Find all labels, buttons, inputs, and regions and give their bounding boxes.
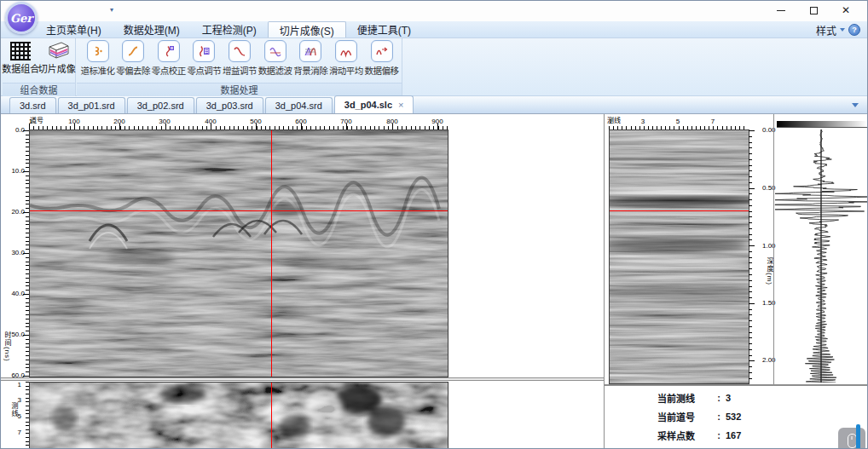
info-panel: 当前测线 : 3 当前道号 : 532 采样点数 : 167 双程走时 : 19… (657, 389, 762, 449)
time-slice-view[interactable] (29, 382, 448, 449)
slice-tick: 1 (4, 381, 21, 389)
y-tick: 10.0 (6, 167, 25, 175)
menu-engineering-detect[interactable]: 工程检测(P) (191, 21, 268, 37)
ribbon-button-label: 道标准化 (81, 64, 115, 77)
data-grid-icon (9, 40, 32, 60)
gain-adjust-button[interactable]: 增益调节 (223, 40, 258, 77)
quick-access-arrow-icon[interactable]: ▾ (110, 6, 113, 14)
tab-3d-srd[interactable]: 3d.srd (9, 97, 56, 113)
tab-3d-p03-srd[interactable]: 3d_p03.srd (196, 97, 263, 113)
depth-axis-major-ticks (749, 130, 755, 383)
slice-crosshair-vertical[interactable] (271, 383, 272, 449)
mouse-indicator-overlay (838, 428, 865, 449)
help-icon[interactable]: ? (848, 24, 860, 36)
minimize-icon (777, 10, 785, 11)
time-slice-image (30, 383, 448, 449)
y-tick: 40.0 (6, 290, 25, 297)
style-button[interactable]: 样式 (816, 23, 836, 37)
ribbon-button-label: 滑动平均 (329, 64, 363, 77)
moving-average-icon (339, 44, 353, 58)
bscan-profile-view[interactable] (29, 130, 448, 377)
info-value: 167 (726, 430, 741, 440)
menu-slice-imaging[interactable]: 切片成像(S) (268, 21, 346, 37)
ribbon-button-label: 零点校正 (152, 64, 186, 77)
info-label: 采样点数 (657, 429, 712, 442)
menu-home[interactable]: 主页菜单(H) (35, 21, 113, 37)
dc-remove-button[interactable]: 零偏去除 (116, 40, 151, 77)
ribbon-group-combine: 数据组合 切片成像 组合数据 (3, 38, 76, 96)
data-combine-button[interactable]: 数据组合 (3, 40, 38, 75)
tab-list-dropdown-icon[interactable] (852, 103, 859, 107)
y-tick: 50.0 (6, 331, 25, 338)
crossline-image (610, 130, 749, 383)
y-tick: 20.0 (6, 208, 25, 216)
close-button[interactable]: ✕ (830, 1, 862, 20)
crosshair-horizontal[interactable] (30, 210, 448, 211)
zero-adjust-icon (197, 44, 211, 58)
ribbon: 数据组合 切片成像 组合数据 (1, 38, 867, 96)
ribbon-button-label: 切片成像 (38, 61, 76, 75)
menu-tools[interactable]: 便捷工具(T) (346, 21, 422, 37)
mouse-icon (848, 434, 857, 448)
info-separator: : (712, 412, 726, 422)
data-filter-button[interactable]: 数据滤波 (258, 40, 292, 77)
slice-tick: 5 (4, 412, 21, 420)
ribbon-button-label: 数据组合 (2, 61, 39, 75)
data-shift-icon (375, 44, 389, 58)
crossline-view[interactable] (609, 130, 749, 384)
x-tick: 3 (641, 118, 645, 125)
zero-correct-button[interactable]: 零点校正 (151, 40, 186, 77)
tab-close-icon[interactable]: × (398, 96, 403, 113)
menu-data-processing[interactable]: 数据处理(M) (113, 21, 191, 37)
y-tick: 30.0 (6, 249, 25, 256)
ribbon-button-label: 零偏去除 (116, 64, 150, 77)
slice-cube-icon (44, 40, 70, 60)
info-row-current-line: 当前测线 : 3 (657, 389, 762, 407)
tab-3d-p04-srd[interactable]: 3d_p04.srd (265, 97, 333, 113)
trace-plot[interactable] (774, 130, 868, 383)
horizontal-splitter-right[interactable] (604, 384, 868, 386)
group-name-data-processing: 数据处理 (77, 83, 402, 96)
horizontal-splitter-left[interactable] (1, 377, 604, 381)
info-separator: : (712, 393, 726, 403)
info-value: 3 (726, 393, 731, 403)
ribbon-button-label: 数据滤波 (258, 64, 292, 77)
x-tick: 7 (711, 118, 715, 125)
data-filter-icon (269, 44, 282, 58)
app-logo[interactable]: Ger (5, 2, 38, 34)
minimize-button[interactable] (765, 1, 797, 20)
crosshair-vertical[interactable] (271, 130, 272, 377)
vertical-splitter-trace[interactable] (773, 114, 774, 385)
zero-adjust-button[interactable]: 零点调节 (187, 40, 222, 77)
ribbon-button-label: 增益调节 (223, 64, 257, 77)
vertical-splitter-main[interactable] (604, 114, 605, 449)
titlebar: Ger ▾ ✕ (1, 1, 867, 21)
y-tick: 0.0 (6, 126, 25, 134)
data-shift-button[interactable]: 数据偏移 (364, 40, 399, 77)
tab-3d-p04-slc[interactable]: 3d_p04.slc × (334, 95, 414, 113)
background-remove-button[interactable]: 背景消除 (293, 40, 328, 77)
info-row-twoway-time: 双程走时 : 19.57 ns (657, 445, 762, 449)
zero-correct-icon (162, 44, 176, 58)
tab-label: 3d_p04.slc (344, 96, 392, 113)
tab-3d-p02-srd[interactable]: 3d_p02.srd (127, 97, 194, 113)
info-row-sample-count: 采样点数 : 167 (657, 426, 762, 445)
moving-average-button[interactable]: 滑动平均 (328, 40, 363, 77)
group-name-combine: 组合数据 (3, 83, 75, 96)
grayscale-colorbar (777, 121, 867, 128)
maximize-button[interactable] (797, 1, 830, 20)
tab-3d-p01-srd[interactable]: 3d_p01.srd (58, 97, 125, 113)
close-icon: ✕ (842, 5, 850, 15)
slice-imaging-button[interactable]: 切片成像 (39, 40, 75, 75)
ribbon-group-data-processing: 道标准化 零偏去除 零点校正 零点调节 增益调节 (77, 38, 402, 96)
info-separator: : (712, 430, 726, 440)
x-tick: 5 (676, 118, 680, 125)
trace-normalize-button[interactable]: 道标准化 (80, 40, 115, 77)
document-tabbar: 3d.srd 3d_p01.srd 3d_p02.srd 3d_p03.srd … (1, 96, 867, 114)
style-dropdown-icon[interactable] (840, 28, 845, 32)
bscan-image (30, 130, 448, 377)
crossline-crosshair-horizontal[interactable] (610, 210, 749, 211)
trace-normalize-icon (91, 44, 105, 58)
info-value: 532 (726, 412, 741, 422)
slice-tick: 7 (4, 429, 21, 436)
